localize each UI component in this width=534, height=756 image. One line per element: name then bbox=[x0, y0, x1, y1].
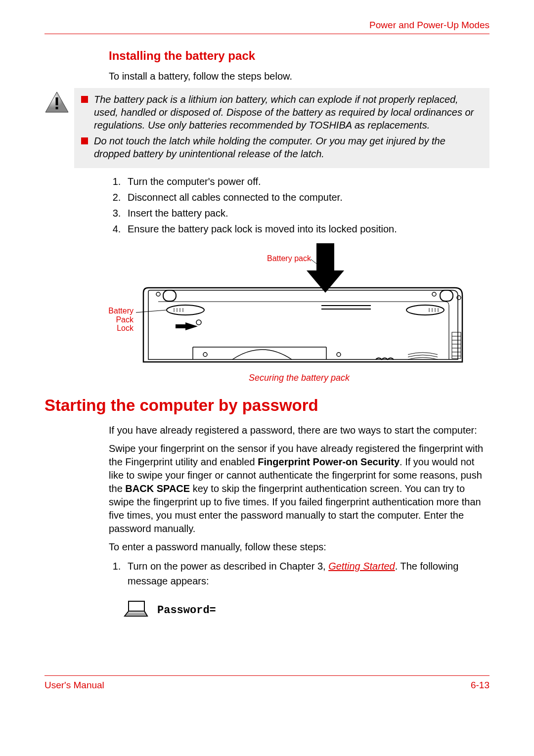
caution-text-2: Do not touch the latch while holding the… bbox=[94, 134, 483, 160]
password-p1: If you have already registered a passwor… bbox=[109, 424, 490, 437]
password-prompt: Password= bbox=[157, 604, 216, 617]
warning-icon bbox=[44, 91, 69, 115]
footer-page-number: 6-13 bbox=[471, 680, 490, 691]
svg-point-9 bbox=[432, 292, 436, 296]
figure-label-battery-pack: Battery pack bbox=[267, 254, 311, 263]
svg-point-16 bbox=[196, 320, 201, 325]
figure-battery: Battery pack Battery Pack Lock bbox=[109, 243, 490, 369]
password-step-1: Turn on the power as described in Chapte… bbox=[124, 559, 490, 588]
p2-b2: BACK SPACE bbox=[125, 483, 190, 494]
password-p3: To enter a password manually, follow the… bbox=[109, 540, 490, 554]
svg-point-7 bbox=[156, 292, 160, 296]
step-item: Turn the computer's power off. bbox=[124, 174, 490, 189]
figure-caption: Securing the battery pack bbox=[109, 373, 490, 383]
sub-heading-installing: Installing the battery pack bbox=[109, 49, 490, 63]
svg-line-19 bbox=[136, 310, 167, 312]
main-heading-password: Starting the computer by password bbox=[44, 396, 490, 415]
header-section-title: Power and Power-Up Modes bbox=[44, 20, 490, 34]
svg-marker-17 bbox=[185, 322, 198, 330]
getting-started-link[interactable]: Getting Started bbox=[328, 561, 395, 572]
page-footer: User's Manual 6-13 bbox=[44, 675, 490, 691]
svg-rect-6 bbox=[163, 290, 176, 301]
install-steps-list: Turn the computer's power off. Disconnec… bbox=[109, 174, 490, 236]
caution-box: The battery pack is a lithium ion batter… bbox=[74, 88, 490, 168]
step-item: Disconnect all cables connected to the c… bbox=[124, 190, 490, 205]
bullet-icon bbox=[81, 96, 88, 103]
p2-b1: Fingerprint Power-on Security bbox=[258, 456, 400, 467]
caution-text-1: The battery pack is a lithium ion batter… bbox=[94, 93, 483, 132]
svg-rect-3 bbox=[316, 243, 334, 270]
svg-point-10 bbox=[457, 296, 461, 300]
intro-text: To install a battery, follow the steps b… bbox=[109, 70, 490, 83]
svg-point-11 bbox=[167, 305, 204, 315]
step-item: Ensure the battery pack lock is moved in… bbox=[124, 222, 490, 236]
svg-rect-8 bbox=[440, 290, 453, 301]
footer-left: User's Manual bbox=[44, 680, 104, 691]
svg-rect-2 bbox=[56, 107, 58, 109]
svg-point-20 bbox=[406, 305, 444, 315]
step-item: Insert the battery pack. bbox=[124, 206, 490, 221]
svg-rect-1 bbox=[56, 97, 58, 105]
password-steps-list: Turn on the power as described in Chapte… bbox=[109, 559, 490, 588]
figure-label-battery-lock: Battery Pack Lock bbox=[99, 307, 134, 333]
svg-point-30 bbox=[337, 353, 341, 356]
password-p2: Swipe your fingerprint on the sensor if … bbox=[109, 442, 490, 535]
laptop-icon bbox=[124, 599, 148, 621]
svg-point-29 bbox=[203, 353, 207, 356]
svg-marker-4 bbox=[307, 270, 344, 293]
svg-rect-18 bbox=[176, 324, 186, 328]
step1-pre: Turn on the power as described in Chapte… bbox=[128, 561, 328, 572]
bullet-icon bbox=[81, 137, 88, 144]
